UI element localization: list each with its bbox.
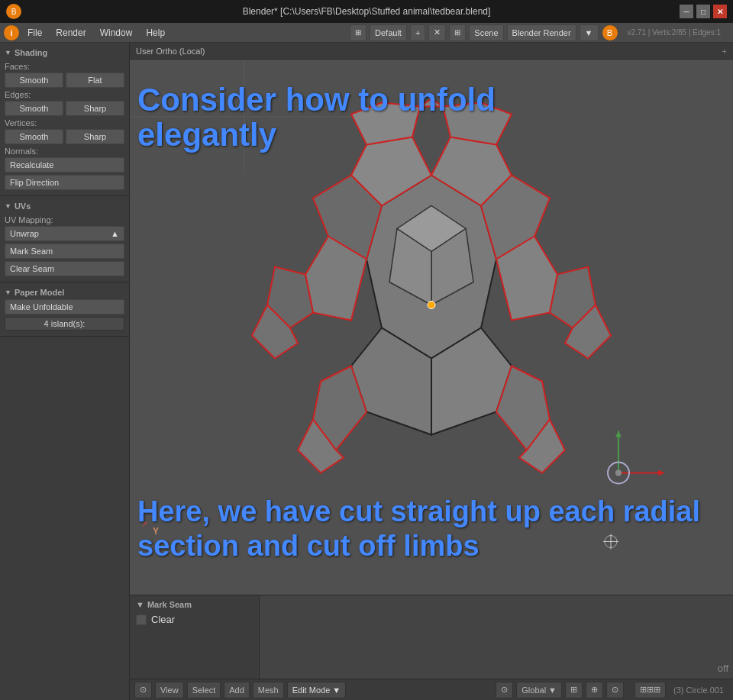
layout-close[interactable]: ✕ [428,24,446,41]
shading-header[interactable]: ▼ Shading [5,46,124,60]
shading-arrow: ▼ [5,49,11,56]
paper-model-label: Paper Model [15,288,64,297]
edges-smooth-btn[interactable]: Smooth [5,101,63,116]
version-info: v2.71 | Verts:2/85 | Edges:1 [622,27,728,38]
render-icon[interactable]: B [602,24,618,41]
scene-select[interactable]: ⊞ [350,24,366,41]
content-area: ▼ Shading Faces: Smooth Flat Edges: Smoo… [0,43,733,700]
footer-bar: ⊙ View Select Add Mesh Edit Mode▼ ⊙ Glob… [130,679,733,700]
view3d-icon[interactable]: ⊞ [449,24,466,41]
viewport-label: User Ortho (Local) [136,47,205,56]
paper-model-header[interactable]: ▼ Paper Model [5,285,124,299]
flip-direction-btn[interactable]: Flip Direction [5,175,124,190]
uvs-label: UVs [15,202,31,211]
bear-model-svg: Y ↗ [130,76,733,595]
mark-seam-btn[interactable]: Mark Seam [5,244,124,259]
viewport-corner[interactable]: + [722,47,727,56]
proportional-btn[interactable]: ⊙ [606,682,624,698]
edges-buttons: Smooth Sharp [5,101,124,116]
bottom-right-panel: off [260,595,733,679]
menu-window[interactable]: Window [94,26,139,40]
viewport-mode-icon[interactable]: ⊙ [134,682,152,698]
faces-label: Faces: [5,62,124,71]
vertices-smooth-btn[interactable]: Smooth [5,129,63,144]
make-unfoldable-btn[interactable]: Make Unfoldable [5,299,124,315]
viewport-area[interactable]: User Ortho (Local) + [130,43,733,595]
global-select[interactable]: Global▼ [516,682,562,698]
info-icon[interactable]: i [3,24,20,41]
clear-row: Clear [136,614,253,625]
blender-logo: B [6,4,21,19]
menu-help[interactable]: Help [140,26,171,40]
recalculate-btn[interactable]: Recalculate [5,157,124,173]
viewport-canvas[interactable]: Y ↗ Consider how to unfold elegantly Her… [130,60,733,595]
svg-marker-31 [615,431,622,437]
edit-mode-select[interactable]: Edit Mode▼ [287,682,346,698]
svg-point-27 [428,302,435,309]
dropdown-arrow-icon: ▲ [111,229,119,238]
title-bar: B Blender* [C:\Users\FB\Desktop\Stuffed … [0,0,733,23]
window-title: Blender* [C:\Users\FB\Desktop\Stuffed an… [243,6,491,17]
minimize-button[interactable]: ─ [680,5,693,18]
clear-checkbox[interactable] [136,615,147,625]
uv-mapping-label: UV Mapping: [5,215,124,224]
uvs-arrow: ▼ [5,202,11,210]
snap-icon[interactable]: ⊞ [565,682,583,698]
off-label: off [718,663,728,674]
svg-marker-22 [420,99,443,107]
bottom-area: ▼ Mark Seam Clear off [130,595,733,679]
scene-name[interactable]: Scene [469,24,503,41]
layout-add[interactable]: + [410,24,425,41]
view-btn[interactable]: View [155,682,184,698]
mesh-btn[interactable]: Mesh [253,682,284,698]
pivot-icon[interactable]: ⊙ [496,682,513,698]
faces-buttons: Smooth Flat [5,73,124,88]
clear-seam-btn[interactable]: Clear Seam [5,261,124,276]
clear-label: Clear [151,614,175,625]
menu-bar: i File Render Window Help ⊞ Default + ✕ … [0,23,733,43]
right-area: User Ortho (Local) + [130,43,733,700]
maximize-button[interactable]: □ [696,5,710,18]
shading-section: ▼ Shading Faces: Smooth Flat Edges: Smoo… [0,43,129,196]
vertices-sharp-btn[interactable]: Sharp [66,129,124,144]
layout-select[interactable]: Default [370,24,407,41]
svg-marker-29 [658,470,664,476]
view-icons[interactable]: ⊞⊞⊞ [635,682,666,698]
scene-info: (3) Circle.001 [669,682,728,698]
snap-btn[interactable]: ⊕ [586,682,603,698]
mark-seam-panel-header: ▼ Mark Seam [136,600,253,609]
shading-label: Shading [15,48,47,57]
close-button[interactable]: ✕ [713,5,727,18]
normals-label: Normals: [5,147,124,156]
select-btn[interactable]: Select [187,682,221,698]
edges-label: Edges: [5,90,124,99]
paper-model-arrow: ▼ [5,289,11,296]
vertices-label: Vertices: [5,118,124,127]
paper-model-section: ▼ Paper Model Make Unfoldable 4 island(s… [0,282,129,337]
viewport-header: User Ortho (Local) + [130,43,733,60]
mark-seam-arrow: ▼ [136,600,144,609]
svg-text:Y: Y [153,526,159,537]
app-wrapper: B Blender* [C:\Users\FB\Desktop\Stuffed … [0,0,733,700]
faces-smooth-btn[interactable]: Smooth [5,73,63,88]
uvs-section: ▼ UVs UV Mapping: Unwrap ▲ Mark Seam Cle… [0,196,129,282]
islands-info: 4 island(s): [5,317,124,331]
mark-seam-title: Mark Seam [147,600,192,609]
faces-flat-btn[interactable]: Flat [66,73,124,88]
left-panel: ▼ Shading Faces: Smooth Flat Edges: Smoo… [0,43,130,700]
uv-mapping-dropdown-row: Unwrap ▲ [5,226,124,241]
render-engine-arrow[interactable]: ▼ [580,24,599,41]
svg-text:↗: ↗ [141,520,147,528]
svg-point-33 [615,470,622,476]
bottom-left-panel: ▼ Mark Seam Clear [130,595,260,679]
menu-render[interactable]: Render [50,26,92,40]
render-engine[interactable]: Blender Render [507,24,576,41]
add-btn[interactable]: Add [224,682,250,698]
window-controls: ─ □ ✕ [680,5,727,18]
uvs-header[interactable]: ▼ UVs [5,199,124,213]
uv-mapping-dropdown[interactable]: Unwrap ▲ [5,226,124,241]
edges-sharp-btn[interactable]: Sharp [66,101,124,116]
menu-file[interactable]: File [21,26,48,40]
vertices-buttons: Smooth Sharp [5,129,124,144]
